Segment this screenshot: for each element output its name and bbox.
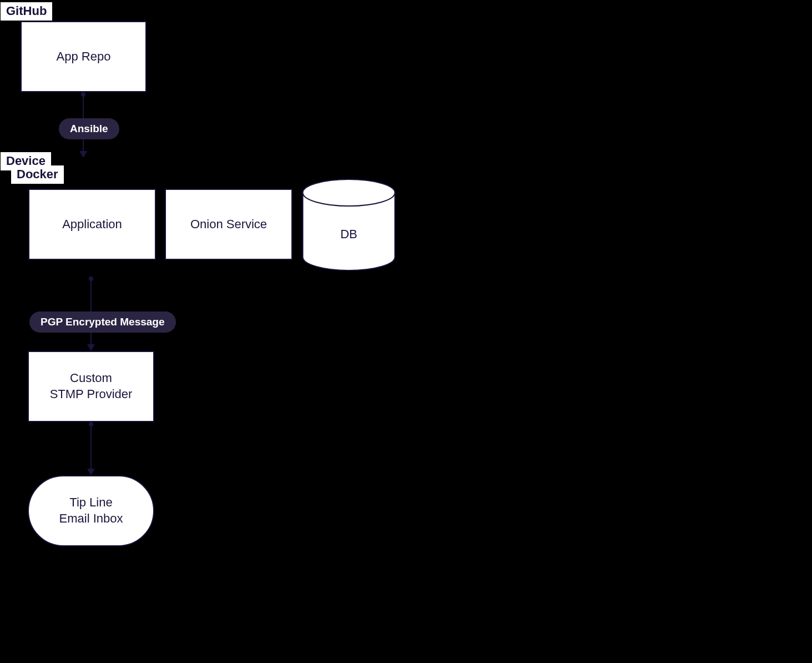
db-node: DB xyxy=(301,178,396,272)
tip-line-node: Tip Line Email Inbox xyxy=(28,475,154,546)
tip-line-label: Tip Line Email Inbox xyxy=(59,495,123,526)
custom-smtp-node: Custom STMP Provider xyxy=(28,351,154,422)
application-label: Application xyxy=(62,217,122,233)
db-label: DB xyxy=(301,227,396,242)
arrow-head-icon xyxy=(87,344,95,351)
arrow-head-icon xyxy=(79,151,87,158)
onion-service-label: Onion Service xyxy=(190,217,267,233)
arrow-line xyxy=(90,424,92,470)
svg-point-1 xyxy=(303,179,395,206)
github-tag: GitHub xyxy=(1,2,52,21)
application-node: Application xyxy=(28,189,156,260)
app-repo-label: App Repo xyxy=(57,49,111,65)
docker-tag: Docker xyxy=(11,165,64,184)
custom-smtp-label: Custom STMP Provider xyxy=(50,370,133,402)
ansible-pill: Ansible xyxy=(59,118,119,139)
onion-service-node: Onion Service xyxy=(165,189,292,260)
pgp-pill: PGP Encrypted Message xyxy=(29,312,176,333)
app-repo-node: App Repo xyxy=(21,21,147,92)
arrow-head-icon xyxy=(87,469,95,475)
